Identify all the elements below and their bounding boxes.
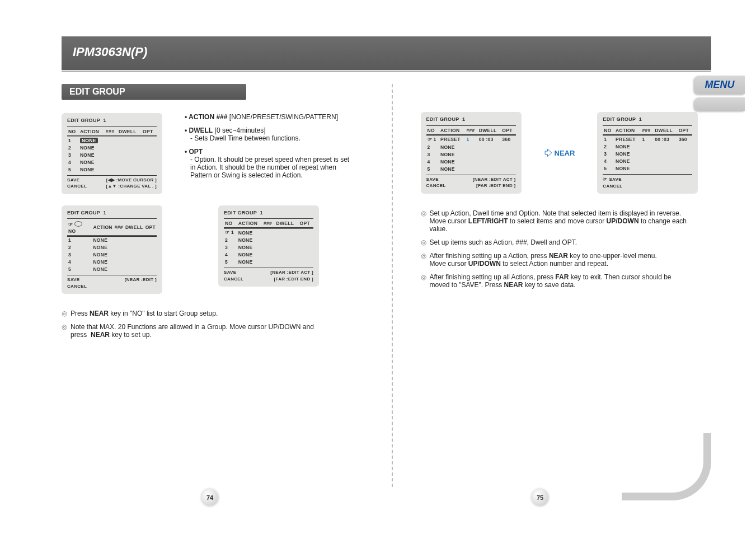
model-name: IPM3063N(P): [73, 45, 147, 59]
left-step-1: Press NEAR key in "NO" list to start Gro…: [62, 310, 364, 317]
right-step-4: After finishing setting up all Actions, …: [421, 273, 723, 289]
osd-panel-b: EDIT GROUP 1 NOACTION###DWELLOPT 1NONE 2…: [62, 205, 162, 294]
section-title: EDIT GROUP: [62, 84, 246, 100]
osd-panel-e: EDIT GROUP 1 NOACTION###DWELLOPT 1PRESET…: [597, 112, 698, 194]
near-arrow-label: NEAR: [544, 147, 575, 159]
osd-panel-a: EDIT GROUP 1 NOACTION###DWELLOPT 1NONE 2…: [62, 113, 162, 194]
menu-tab-blank: [694, 97, 745, 111]
menu-side-tabs: MENU: [694, 76, 745, 111]
menu-tab-label: MENU: [694, 76, 745, 94]
left-page: EDIT GROUP EDIT GROUP 1 NOACTION###DWELL…: [62, 39, 364, 534]
osd-panel-d: EDIT GROUP 1 NOACTION###DWELLOPT 1PRESET…: [421, 112, 522, 193]
right-page: EDIT GROUP 1 NOACTION###DWELLOPT 1PRESET…: [421, 39, 723, 534]
left-step-2: Note that MAX. 20 Functions are allowed …: [62, 323, 364, 339]
right-step-1: Set up Action, Dwell time and Option. No…: [421, 209, 723, 233]
right-step-3: After finishing setting up a Action, pre…: [421, 252, 723, 268]
osd-panel-c: EDIT GROUP 1 NOACTION###DWELLOPT 1NONE 2…: [218, 205, 319, 287]
right-step-2: Set up items such as Action, ###, Dwell …: [421, 238, 723, 246]
page-divider: [392, 84, 393, 487]
action-dwell-opt-description: • ACTION ### [NONE/PRESET/SWING/PATTERN]…: [185, 113, 364, 179]
